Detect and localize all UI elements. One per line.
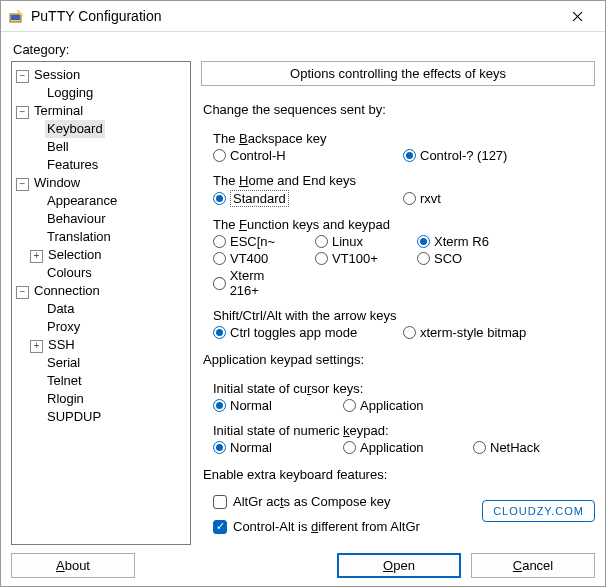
collapse-icon[interactable]: − <box>16 106 29 119</box>
radio-linux[interactable]: Linux <box>315 234 397 249</box>
funckeys-group: The Function keys and keypad ESC[n~ Linu… <box>213 213 595 298</box>
tree-item-logging[interactable]: Logging <box>30 84 188 102</box>
cursor-group: Initial state of cursor keys: Normal App… <box>213 377 595 413</box>
homeend-group: The Home and End keys Standard rxvt <box>213 169 595 207</box>
radio-xterm-bitmap[interactable]: xterm-style bitmap <box>403 325 573 340</box>
appkeypad-heading: Application keypad settings: <box>203 352 595 367</box>
close-button[interactable] <box>557 1 597 31</box>
tree-item-ssh[interactable]: +SSH <box>30 336 188 354</box>
numeric-label: Initial state of numeric keypad: <box>213 423 595 438</box>
category-label: Category: <box>13 42 595 57</box>
radio-cursor-application[interactable]: Application <box>343 398 453 413</box>
collapse-icon[interactable]: − <box>16 178 29 191</box>
radio-sco[interactable]: SCO <box>417 251 499 266</box>
radio-rxvt[interactable]: rxvt <box>403 191 573 206</box>
extra-heading: Enable extra keyboard features: <box>203 467 595 482</box>
tree-item-supdup[interactable]: SUPDUP <box>30 408 188 426</box>
tree-item-window[interactable]: −Window Appearance Behaviour Translation… <box>16 174 188 282</box>
homeend-label: The Home and End keys <box>213 173 595 188</box>
tree-item-bell[interactable]: Bell <box>30 138 188 156</box>
radio-xterm216[interactable]: Xterm 216+ <box>213 268 295 298</box>
radio-cursor-normal[interactable]: Normal <box>213 398 323 413</box>
tree-item-connection[interactable]: −Connection Data Proxy +SSH Serial Telne… <box>16 282 188 426</box>
category-tree[interactable]: −Session Logging −Terminal Keyboard Bell… <box>11 61 191 545</box>
cursor-label: Initial state of cursor keys: <box>213 381 595 396</box>
tree-item-telnet[interactable]: Telnet <box>30 372 188 390</box>
arrows-label: Shift/Ctrl/Alt with the arrow keys <box>213 308 595 323</box>
watermark: CLOUDZY.COM <box>482 500 595 522</box>
putty-config-window: PuTTY Configuration Category: −Session L… <box>0 0 606 587</box>
collapse-icon[interactable]: − <box>16 70 29 83</box>
svg-rect-1 <box>11 15 20 20</box>
radio-vt100plus[interactable]: VT100+ <box>315 251 397 266</box>
settings-panel: Options controlling the effects of keys … <box>201 61 595 545</box>
tree-item-terminal[interactable]: −Terminal Keyboard Bell Features <box>16 102 188 174</box>
putty-icon <box>9 8 25 24</box>
collapse-icon[interactable]: − <box>16 286 29 299</box>
tree-item-appearance[interactable]: Appearance <box>30 192 188 210</box>
open-button[interactable]: Open <box>337 553 461 578</box>
close-icon <box>572 11 583 22</box>
tree-item-selection[interactable]: +Selection <box>30 246 188 264</box>
radio-control-h[interactable]: Control-H <box>213 148 383 163</box>
panel-title: Options controlling the effects of keys <box>201 61 595 86</box>
tree-item-serial[interactable]: Serial <box>30 354 188 372</box>
tree-item-features[interactable]: Features <box>30 156 188 174</box>
expand-icon[interactable]: + <box>30 250 43 263</box>
tree-item-keyboard[interactable]: Keyboard <box>30 120 188 138</box>
sequences-heading: Change the sequences sent by: <box>203 102 595 117</box>
tree-item-proxy[interactable]: Proxy <box>30 318 188 336</box>
backspace-group: The Backspace key Control-H Control-? (1… <box>213 127 595 163</box>
funckeys-label: The Function keys and keypad <box>213 217 595 232</box>
radio-num-normal[interactable]: Normal <box>213 440 323 455</box>
radio-control-question[interactable]: Control-? (127) <box>403 148 573 163</box>
backspace-label: The Backspace key <box>213 131 595 146</box>
radio-escn[interactable]: ESC[n~ <box>213 234 295 249</box>
tree-item-behaviour[interactable]: Behaviour <box>30 210 188 228</box>
numeric-group: Initial state of numeric keypad: Normal … <box>213 419 595 455</box>
radio-num-nethack[interactable]: NetHack <box>473 440 583 455</box>
radio-vt400[interactable]: VT400 <box>213 251 295 266</box>
about-button[interactable]: About <box>11 553 135 578</box>
checkbox-checked-icon: ✓ <box>213 520 227 534</box>
columns: −Session Logging −Terminal Keyboard Bell… <box>11 61 595 545</box>
tree-item-session[interactable]: −Session Logging <box>16 66 188 102</box>
tree-item-translation[interactable]: Translation <box>30 228 188 246</box>
window-title: PuTTY Configuration <box>31 8 551 24</box>
radio-xtermr6[interactable]: Xterm R6 <box>417 234 499 249</box>
tree-item-data[interactable]: Data <box>30 300 188 318</box>
cancel-button[interactable]: Cancel <box>471 553 595 578</box>
button-row: About Open Cancel <box>11 545 595 578</box>
tree-item-colours[interactable]: Colours <box>30 264 188 282</box>
radio-standard[interactable]: Standard <box>213 190 383 207</box>
radio-ctrl-toggles[interactable]: Ctrl toggles app mode <box>213 325 383 340</box>
checkbox-icon <box>213 495 227 509</box>
arrows-group: Shift/Ctrl/Alt with the arrow keys Ctrl … <box>213 304 595 340</box>
expand-icon[interactable]: + <box>30 340 43 353</box>
tree-item-rlogin[interactable]: Rlogin <box>30 390 188 408</box>
titlebar: PuTTY Configuration <box>1 1 605 32</box>
radio-num-application[interactable]: Application <box>343 440 453 455</box>
